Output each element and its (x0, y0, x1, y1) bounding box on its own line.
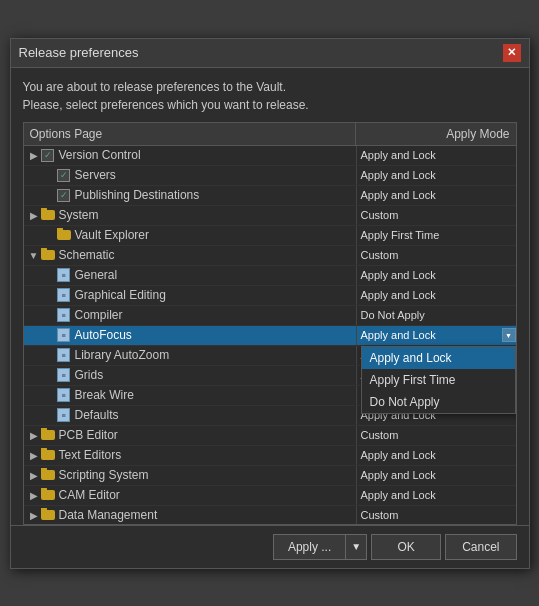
row-right: Custom (356, 206, 516, 225)
apply-split-button: Apply ... ▼ (273, 534, 367, 560)
row-label: PCB Editor (59, 428, 118, 442)
table-row[interactable]: ▶PCB EditorCustom (24, 426, 516, 446)
folder-icon (41, 490, 55, 500)
row-label: Break Wire (75, 388, 134, 402)
row-left: ▶PCB Editor (24, 428, 356, 442)
apply-dropdown-arrow[interactable]: ▼ (345, 534, 367, 560)
leaf-icon (44, 269, 56, 281)
apply-button[interactable]: Apply ... (273, 534, 345, 560)
checkbox-icon[interactable]: ✓ (57, 169, 70, 182)
page-icon: ≡ (57, 388, 70, 402)
apply-mode-text: Custom (361, 429, 516, 441)
row-left: ≡Defaults (24, 408, 356, 422)
leaf-icon (44, 169, 56, 181)
page-icon: ≡ (57, 328, 70, 342)
row-right: Do Not Apply (356, 306, 516, 325)
dropdown-option[interactable]: Apply First Time (362, 369, 515, 391)
folder-icon (57, 230, 71, 240)
apply-mode-text: Apply First Time (361, 229, 516, 241)
table-row[interactable]: ▶Data ManagementCustom (24, 506, 516, 525)
expand-icon[interactable]: ▶ (28, 149, 40, 161)
row-left: ✓Servers (24, 168, 356, 182)
checkbox-icon[interactable]: ✓ (41, 149, 54, 162)
leaf-icon (44, 189, 56, 201)
table-body[interactable]: ▶✓Version ControlApply and Lock✓ServersA… (23, 145, 517, 525)
checkbox-icon[interactable]: ✓ (57, 189, 70, 202)
expand-icon[interactable]: ▶ (28, 209, 40, 221)
table-row[interactable]: ▶CAM EditorApply and Lock (24, 486, 516, 506)
row-left: ▶Text Editors (24, 448, 356, 462)
table-row[interactable]: ▼SchematicCustom (24, 246, 516, 266)
expand-icon[interactable]: ▶ (28, 469, 40, 481)
row-left: ≡Grids (24, 368, 356, 382)
row-right: Apply and Lock (356, 286, 516, 305)
row-right: Apply and Lock (356, 146, 516, 165)
table-row[interactable]: ≡GeneralApply and Lock (24, 266, 516, 286)
folder-icon (41, 430, 55, 440)
table-row[interactable]: ✓ServersApply and Lock (24, 166, 516, 186)
table-row[interactable]: ≡Graphical EditingApply and Lock (24, 286, 516, 306)
apply-mode-text: Apply and Lock (361, 169, 516, 181)
apply-mode-text: Do Not Apply (361, 309, 516, 321)
expand-icon[interactable]: ▶ (28, 489, 40, 501)
leaf-icon (44, 389, 56, 401)
table-header: Options Page Apply Mode (23, 122, 517, 145)
leaf-icon (44, 329, 56, 341)
apply-mode-text: Apply and Lock (361, 449, 516, 461)
row-left: ≡Break Wire (24, 388, 356, 402)
expand-icon[interactable]: ▶ (28, 429, 40, 441)
row-label: Data Management (59, 508, 158, 522)
apply-mode-text: Apply and Lock (361, 149, 516, 161)
row-right: Apply and Lock (356, 466, 516, 485)
dropdown-option[interactable]: Apply and Lock (362, 347, 515, 369)
dropdown-option[interactable]: Do Not Apply (362, 391, 515, 413)
expand-icon[interactable]: ▼ (28, 249, 40, 261)
leaf-icon (44, 409, 56, 421)
apply-mode-text: Apply and Lock (361, 489, 516, 501)
page-icon: ≡ (57, 308, 70, 322)
mode-dropdown-arrow[interactable] (502, 328, 516, 342)
page-icon: ≡ (57, 408, 70, 422)
leaf-icon (44, 309, 56, 321)
page-icon: ≡ (57, 368, 70, 382)
row-label: CAM Editor (59, 488, 120, 502)
table-row[interactable]: ▶Text EditorsApply and Lock (24, 446, 516, 466)
dialog-title: Release preferences (19, 45, 139, 60)
row-label: Publishing Destinations (75, 188, 200, 202)
row-label: General (75, 268, 118, 282)
row-label: Version Control (59, 148, 141, 162)
folder-icon (41, 450, 55, 460)
expand-icon[interactable]: ▶ (28, 509, 40, 521)
table-row[interactable]: ✓Publishing DestinationsApply and Lock (24, 186, 516, 206)
apply-mode-text: Apply and Lock (361, 469, 516, 481)
table-row[interactable]: ≡AutoFocusApply and LockApply and LockAp… (24, 326, 516, 346)
options-table: Options Page Apply Mode ▶✓Version Contro… (23, 122, 517, 525)
bottom-bar: Apply ... ▼ OK Cancel (11, 525, 529, 568)
row-right: Apply and Lock (356, 266, 516, 285)
apply-mode-text: Apply and Lock (361, 329, 502, 341)
row-left: ≡Graphical Editing (24, 288, 356, 302)
row-left: ▶System (24, 208, 356, 222)
leaf-icon (44, 289, 56, 301)
table-row[interactable]: ▶SystemCustom (24, 206, 516, 226)
page-icon: ≡ (57, 268, 70, 282)
table-row[interactable]: ≡CompilerDo Not Apply (24, 306, 516, 326)
table-row[interactable]: ▶✓Version ControlApply and Lock (24, 146, 516, 166)
table-row[interactable]: ▶Scripting SystemApply and Lock (24, 466, 516, 486)
row-right: Apply and Lock (356, 186, 516, 205)
expand-icon[interactable]: ▶ (28, 449, 40, 461)
row-left: ✓Publishing Destinations (24, 188, 356, 202)
col-mode-header: Apply Mode (356, 123, 516, 145)
ok-button[interactable]: OK (371, 534, 441, 560)
close-button[interactable]: ✕ (503, 44, 521, 62)
row-left: ≡AutoFocus (24, 328, 356, 342)
row-right: Apply First Time (356, 226, 516, 245)
table-row[interactable]: Vault ExplorerApply First Time (24, 226, 516, 246)
description: You are about to release preferences to … (11, 68, 529, 122)
desc-line1: You are about to release preferences to … (23, 78, 517, 96)
folder-icon (41, 210, 55, 220)
col-page-header: Options Page (24, 123, 356, 145)
cancel-button[interactable]: Cancel (445, 534, 516, 560)
folder-icon (41, 470, 55, 480)
row-left: ▶CAM Editor (24, 488, 356, 502)
